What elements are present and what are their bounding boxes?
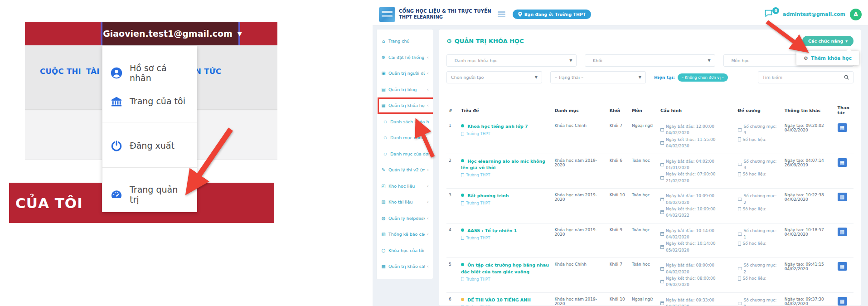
created-date: Ngày tạo: 09:37:30 04/02/2020 [782, 292, 835, 306]
course-title-link[interactable]: ĐỀ THI VÀO 10 TIẾNG ANH [461, 297, 550, 303]
course-title-link[interactable]: Ôn tập các trường hợp bằng nhau đặc biệt… [461, 262, 550, 275]
col-category: Danh mục [552, 102, 607, 119]
status-dot [461, 228, 464, 232]
hamburger-menu-icon[interactable] [498, 10, 505, 19]
menu-item-label: Hồ sơ cá nhân [130, 63, 189, 83]
location-badge[interactable]: Bạn đang ở: Trường THPT [513, 10, 592, 19]
table-row: 2 Học elearning alo alo mic không lên gi… [446, 154, 853, 189]
sidebar-item[interactable]: ◍ Quản lý helpdesk ‹ [377, 210, 433, 227]
status-dot [461, 124, 464, 127]
admin-avatar[interactable]: A [850, 9, 862, 20]
building-icon [461, 277, 464, 281]
sidebar-item-label: Kho tài liệu [388, 199, 412, 204]
course-title-link[interactable]: Khoá học tiếng anh lớp 7 [461, 123, 550, 130]
menu-item-logout[interactable]: Đăng xuất [102, 131, 197, 160]
end-date: Ngày kết thúc: 07:00:00 21/02/2020 [660, 171, 733, 184]
folder-icon [738, 128, 742, 131]
col-subject: Môn [630, 102, 658, 119]
material-count: Số học liệu: [738, 240, 780, 247]
search-input[interactable] [762, 75, 844, 80]
sidebar-item-label: Danh mục chung [390, 135, 427, 140]
sidebar-item[interactable]: ○ Khóa học của tôi ‹ [377, 243, 433, 259]
sidebar-item[interactable]: ⚙ Cài đặt hệ thống ‹ [377, 49, 433, 66]
sidebar-item[interactable]: ▦ Quản trị khóa học ‹ [377, 97, 433, 114]
menu-item-my-page[interactable]: Trang của tôi [102, 87, 197, 115]
sidebar-item-label: Quản lý thi v2 (mới) [388, 167, 425, 172]
course-title-link[interactable]: Học elearning alo alo mic không lên giá … [461, 158, 550, 171]
calendar-icon [660, 280, 664, 283]
grid-icon: ▦ [840, 160, 844, 165]
menu-item-label: Trang quản trị [130, 185, 189, 204]
chapter-count: Số chương mục: 0 [738, 297, 780, 306]
helpdesk-icon: ◍ [381, 216, 386, 221]
search-icon[interactable] [844, 75, 849, 80]
sidebar-item[interactable]: ○ Danh sách khóa học ‹ [377, 114, 433, 130]
row-actions-button[interactable]: ▦ [838, 262, 847, 271]
row-number: 5 [446, 258, 459, 293]
teacher-site-screenshot: CUỘC THI TÀI LIỆU TIN TỨC Giaovien.test1… [0, 0, 299, 306]
grid-icon: ▦ [840, 299, 844, 304]
sidebar-item[interactable]: ▧ Thống kê báo cáo ‹ [377, 226, 433, 243]
functions-button[interactable]: Các chức năng ▾ [802, 36, 853, 46]
power-icon [110, 139, 123, 152]
chat-icon [764, 10, 773, 17]
material-count: Số học liệu: [738, 206, 780, 212]
chapter-count: Số chương mục: 1 [738, 228, 780, 241]
building-icon [461, 201, 464, 205]
cog-icon: ⚙ [446, 38, 452, 44]
end-date: Ngày kết thúc: 10:09:00 04/02/2022 [660, 206, 733, 219]
calendar-icon [660, 141, 664, 145]
sidebar-item[interactable]: ▩ Quản trị khảo sát ‹ [377, 258, 433, 275]
circle-icon: ○ [383, 152, 388, 156]
filter-creator-select[interactable]: Chọn người tạo▼ [446, 71, 542, 83]
start-date: Ngày bắt đầu: 12:00:00 04/02/2020 [660, 123, 733, 136]
course-title-link[interactable]: Bất phương trình [461, 193, 550, 199]
course-grade: Khối 9 [607, 223, 630, 258]
sidebar-item[interactable]: ▣ Quản trị người dùng ‹ [377, 65, 433, 82]
circle-icon: ○ [383, 120, 388, 124]
course-admin-card: ⚙ QUẢN TRỊ KHÓA HỌC Các chức năng ▾ ⚙ Th… [439, 29, 861, 306]
row-actions-button[interactable]: ▦ [838, 158, 847, 167]
site-logo[interactable] [379, 7, 395, 22]
chapter-count: Số chương mục: 2 [738, 262, 780, 275]
dashboard-icon [110, 188, 123, 201]
calendar-icon [660, 210, 664, 214]
menu-item-admin-page[interactable]: Trang quản trị [102, 180, 197, 209]
sidebar-item[interactable]: ▤ Quản trị blog ‹ [377, 82, 433, 98]
account-dropdown-toggle[interactable]: Giaovien.test1@gmail.com ▼ [101, 22, 240, 45]
course-title-link[interactable]: AASS : Tổ tự nhiên 1 [461, 228, 550, 234]
sidebar-item-label: Kho học liệu [388, 184, 415, 189]
course-org: Trường THPT [461, 173, 550, 177]
messages-button[interactable]: 0 [764, 10, 773, 19]
menu-item-profile[interactable]: Hồ sơ cá nhân [102, 59, 197, 87]
admin-sidebar: ⌂ Trang chủ ‹ ⚙ Cài đặt hệ thống ‹ ▣ Quả… [376, 29, 433, 279]
row-actions-button[interactable]: ▦ [838, 297, 847, 306]
filter-category-select[interactable]: – Danh mục khóa học –▼ [446, 54, 577, 67]
sidebar-item[interactable]: ○ Danh mục chung ‹ [377, 130, 433, 146]
sidebar-item[interactable]: ✎ Quản lý thi v2 (mới) ‹ [377, 162, 433, 178]
caret-down-icon: ▼ [535, 75, 538, 79]
row-actions-button[interactable]: ▦ [838, 193, 847, 201]
sidebar-item[interactable]: ⌂ Trang chủ ‹ [377, 33, 433, 49]
col-title: Tiêu đề [459, 102, 553, 119]
filter-status-select[interactable]: – Trạng thái –▼ [550, 71, 646, 83]
status-dot [461, 298, 464, 301]
admin-email[interactable]: admintest@gmail.com [783, 11, 845, 17]
sidebar-item-label: Quản lý helpdesk [388, 216, 425, 221]
folder-icon [738, 233, 742, 236]
add-course-menu-item[interactable]: ⚙ Thêm khóa học [796, 51, 859, 65]
course-org: Trường THPT [461, 201, 550, 205]
row-actions-button[interactable]: ▦ [838, 228, 847, 236]
sidebar-item[interactable]: ○ Danh mục của đơn vị ‹ [377, 146, 433, 162]
created-date: Ngày tạo: 09:20:02 04/02/2020 [782, 119, 835, 154]
menu-divider [102, 122, 197, 122]
library-icon: ◰ [381, 184, 386, 189]
sidebar-item[interactable]: ▥ Kho tài liệu ‹ [377, 194, 433, 210]
caret-down-icon: ▼ [238, 30, 242, 37]
start-date: Ngày bắt đầu: 08:00:00 04/02/2020 [660, 262, 733, 275]
row-actions-button[interactable]: ▦ [838, 123, 847, 132]
map-pin-icon [518, 12, 522, 17]
sidebar-item[interactable]: ◰ Kho học liệu ‹ [377, 178, 433, 194]
filter-grade-select[interactable]: – Khối –▼ [585, 54, 715, 67]
nav-item-cuoc-thi[interactable]: CUỘC THI [40, 67, 81, 76]
